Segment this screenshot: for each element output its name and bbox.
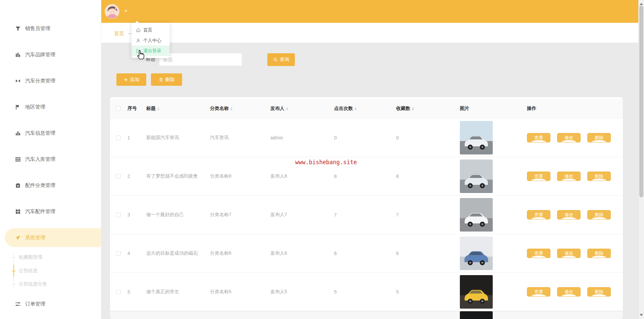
row-checkbox[interactable] [116, 290, 121, 294]
row-action-delete-button[interactable]: 删除 [587, 287, 611, 297]
add-button-label: 添加 [130, 77, 140, 83]
sort-caret-icon[interactable] [230, 106, 232, 112]
cell-clicks: 5 [331, 272, 393, 311]
search-input[interactable] [159, 53, 242, 66]
user-menu-item-1[interactable]: 首页 [131, 25, 170, 35]
query-button[interactable]: 查询 [267, 53, 295, 66]
car-photo [460, 198, 493, 232]
row-action-edit-button[interactable]: 修改 [557, 287, 581, 297]
sidebar-item-4[interactable]: 地区管理 [0, 94, 101, 120]
row-action-view-button[interactable]: 查看 [527, 210, 550, 219]
sidebar-item-8[interactable]: 汽车配件管理 [0, 198, 101, 225]
row-action-view-button[interactable]: 查看 [527, 287, 550, 297]
column-header-收藏数[interactable]: 收藏数 [393, 99, 457, 118]
car-photo [460, 237, 493, 270]
cell-actions: 查看修改删除 [524, 157, 623, 195]
scrollbar-up-arrow-icon[interactable] [640, 1, 643, 5]
column-header-label: 分类名称 [210, 106, 229, 111]
funnel-icon [15, 26, 21, 31]
cell-category: 分类名称7 [207, 195, 268, 234]
cell-image [457, 311, 524, 319]
column-header-标题[interactable]: 标题 [144, 99, 207, 118]
cell-title: 新能源汽车资讯 [144, 118, 207, 157]
sidebar-item-6[interactable]: 汽车入库管理 [0, 146, 101, 172]
cell-image [457, 234, 524, 272]
page-scrollbar [638, 0, 644, 319]
cell-image [457, 118, 524, 157]
top-header-bar [101, 0, 638, 23]
column-header-分类名称[interactable]: 分类名称 [207, 99, 268, 118]
table-row-1: 1新能源汽车资讯汽车资讯admin00查看修改删除 [110, 118, 623, 157]
sidebar-subitem-3[interactable]: 公告信息分类 [0, 277, 101, 291]
sidebar-subitem-2[interactable]: 公告信息 [0, 264, 101, 277]
cell-checkbox [110, 157, 125, 195]
box-x-icon [15, 183, 21, 188]
sidebar-subitem-label: 公告信息 [19, 268, 38, 274]
column-header-图片: 图片 [457, 99, 524, 118]
sidebar-item-10[interactable]: 订单管理 [0, 291, 101, 317]
car-photo [460, 275, 493, 309]
data-table: 序号标题分类名称发布人点击次数收藏数图片操作 1新能源汽车资讯汽车资讯admin… [110, 99, 623, 319]
row-action-delete-button[interactable]: 删除 [587, 133, 611, 142]
row-action-delete-button[interactable]: 删除 [587, 249, 611, 258]
row-action-edit-button[interactable]: 修改 [557, 172, 581, 181]
sidebar-item-label: 订单管理 [25, 301, 45, 307]
select-all-checkbox[interactable] [116, 106, 121, 111]
row-checkbox[interactable] [116, 174, 121, 179]
sidebar-item-5[interactable]: 汽车信息管理 [0, 120, 101, 146]
user-menu-item-2[interactable]: 个人中心 [131, 35, 170, 46]
row-action-edit-button[interactable]: 修改 [557, 133, 581, 142]
sidebar-item-label: 销售员管理 [25, 25, 50, 32]
car-photo-partial [460, 311, 493, 319]
column-header-label: 发布人 [270, 106, 284, 111]
bowtie-icon [15, 78, 21, 84]
mouse-cursor-icon [136, 49, 146, 61]
user-icon [136, 38, 141, 43]
subitem-tick [12, 257, 15, 258]
sidebar-subitem-1[interactable]: 轮播图管理 [0, 251, 101, 264]
caret-down-icon[interactable] [124, 10, 127, 14]
sort-caret-icon[interactable] [355, 106, 357, 112]
sidebar-item-1[interactable]: 销售员管理 [0, 15, 101, 42]
add-button[interactable]: 添加 [116, 73, 146, 86]
cell-favorites: 8 [393, 157, 457, 195]
sidebar-item-label: 系统管理 [25, 235, 45, 241]
row-checkbox[interactable] [116, 135, 121, 140]
column-header-发布人[interactable]: 发布人 [268, 99, 331, 118]
send-icon [15, 235, 21, 241]
flag-icon [15, 104, 21, 110]
table-row-3: 3做一个最好的自己分类名称7发布人777查看修改删除 [110, 195, 623, 234]
row-action-delete-button[interactable]: 删除 [587, 210, 611, 219]
avatar[interactable] [105, 4, 119, 19]
cell-image [457, 195, 524, 234]
scrollbar-thumb[interactable] [639, 6, 643, 197]
car-photo [460, 160, 493, 193]
cell-index: 4 [125, 234, 144, 272]
row-action-view-button[interactable]: 查看 [527, 172, 550, 181]
scrollbar-down-arrow-icon[interactable] [640, 314, 643, 318]
sort-caret-icon[interactable] [412, 106, 414, 112]
delete-button[interactable]: 删除 [151, 73, 182, 86]
subitem-tick [12, 271, 15, 271]
row-action-edit-button[interactable]: 修改 [557, 210, 581, 219]
column-header-序号: 序号 [125, 99, 144, 118]
row-checkbox[interactable] [116, 251, 121, 256]
column-header-点击次数[interactable]: 点击次数 [331, 99, 393, 118]
column-header-label: 序号 [127, 106, 137, 111]
row-action-delete-button[interactable]: 删除 [587, 172, 611, 181]
page: 销售员管理汽车品牌管理汽车分类管理地区管理汽车信息管理汽车入库管理配件分类管理汽… [0, 0, 644, 319]
row-action-view-button[interactable]: 查看 [527, 249, 550, 258]
sort-caret-icon[interactable] [286, 106, 288, 112]
sidebar-item-7[interactable]: 配件分类管理 [0, 172, 101, 198]
cell-favorites: 5 [393, 272, 457, 311]
query-button-label: 查询 [280, 57, 289, 63]
sort-caret-icon[interactable] [157, 106, 159, 112]
sidebar-item-9[interactable]: 系统管理 [5, 228, 101, 247]
sidebar-item-3[interactable]: 汽车分类管理 [0, 68, 101, 94]
breadcrumb-home[interactable]: 首页 [114, 30, 124, 37]
row-checkbox[interactable] [116, 212, 121, 217]
row-action-edit-button[interactable]: 修改 [557, 249, 581, 258]
column-header-label: 点击次数 [334, 106, 353, 111]
sidebar-item-2[interactable]: 汽车品牌管理 [0, 42, 101, 68]
row-action-view-button[interactable]: 查看 [527, 133, 550, 142]
